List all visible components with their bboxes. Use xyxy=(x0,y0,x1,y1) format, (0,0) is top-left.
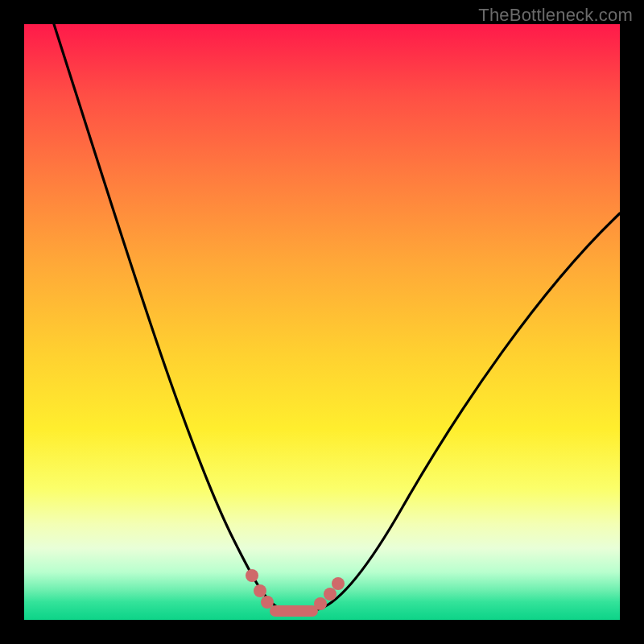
bottleneck-curve xyxy=(54,24,620,613)
svg-point-6 xyxy=(332,577,345,590)
svg-point-0 xyxy=(246,569,258,582)
svg-rect-3 xyxy=(270,605,318,617)
watermark-text: TheBottleneck.com xyxy=(478,5,633,26)
plot-area xyxy=(24,24,620,620)
svg-point-4 xyxy=(314,597,327,610)
svg-point-5 xyxy=(324,588,336,601)
valley-markers xyxy=(246,569,345,617)
svg-point-1 xyxy=(254,584,266,597)
chart-frame: TheBottleneck.com xyxy=(0,0,644,644)
curve-svg xyxy=(24,24,620,620)
